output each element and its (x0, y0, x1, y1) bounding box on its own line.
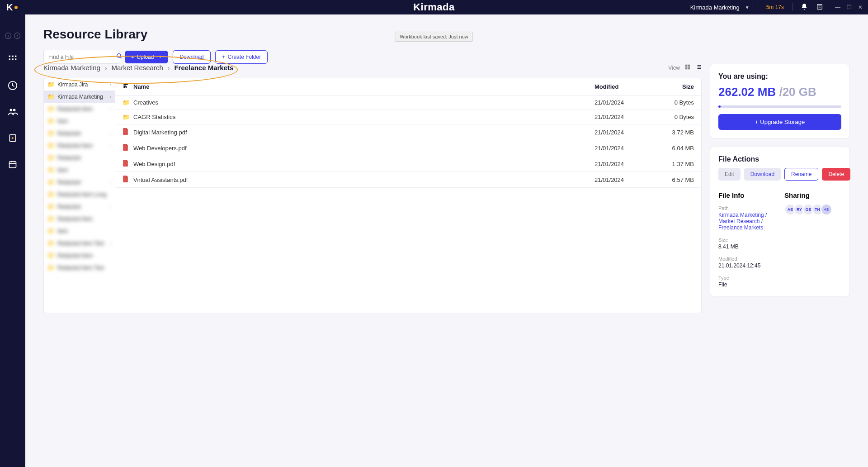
upload-label: Upload (137, 54, 154, 60)
edit-button[interactable]: Edit (718, 168, 741, 181)
add-file-icon[interactable] (7, 132, 19, 144)
tree-item-blurred: 📁Redacted Item (44, 213, 115, 225)
type-label: Type (718, 275, 775, 281)
save-status-badge: Workbook last saved: Just now (395, 32, 473, 42)
calendar-icon[interactable] (7, 158, 19, 170)
file-modified: 21/01/2024 (594, 161, 658, 167)
file-size: 0 Bytes (658, 99, 694, 106)
table-row[interactable]: Virtual Assistants.pdf 21/01/2024 6.57 M… (115, 172, 701, 188)
delete-button[interactable]: Delete (822, 168, 850, 181)
file-name: Digital Marketing.pdf (133, 129, 594, 136)
file-name: Web Design.pdf (133, 161, 594, 167)
breadcrumb-item[interactable]: Market Research (112, 64, 163, 71)
download-label: Download (179, 54, 203, 60)
search-icon[interactable] (116, 53, 123, 61)
svg-point-19 (117, 54, 121, 57)
path-label: Path (718, 205, 775, 211)
file-modified: 21/01/2024 (594, 176, 658, 183)
svg-rect-15 (9, 162, 16, 167)
rename-button[interactable]: Rename (784, 168, 818, 181)
breadcrumb-item[interactable]: Kirmada Marketing (43, 64, 100, 71)
people-icon[interactable] (7, 106, 19, 118)
clock-icon[interactable] (7, 80, 19, 91)
bell-icon[interactable] (801, 3, 808, 12)
sidebar: ‹ › (0, 14, 25, 467)
minimize-icon[interactable]: — (835, 4, 840, 10)
storage-used: 262.02 MB (718, 85, 776, 99)
breadcrumb-current: Freelance Markets (174, 64, 233, 71)
workspace-name: Kirmada Marketing (690, 4, 740, 11)
table-row[interactable]: Web Design.pdf 21/01/2024 1.37 MB (115, 156, 701, 172)
download-action-button[interactable]: Download (744, 168, 781, 181)
list-view-icon[interactable] (695, 64, 702, 71)
file-modified: 21/01/2024 (594, 129, 658, 136)
table-row[interactable]: Web Developers.pdf 21/01/2024 6.04 MB (115, 140, 701, 156)
pdf-icon (123, 177, 128, 184)
svg-rect-23 (685, 67, 688, 70)
svg-rect-24 (688, 67, 690, 70)
tree-item-blurred: 📁Redacted› (44, 176, 115, 188)
storage-title: You are using: (718, 72, 841, 81)
tree-item-label: Kirmada Marketing (57, 94, 103, 100)
download-button[interactable]: Download (173, 50, 210, 64)
tree-item-blurred: 📁Redacted Item (44, 249, 115, 262)
table-row[interactable]: 📁 Creatives 21/01/2024 0 Bytes (115, 95, 701, 110)
upgrade-button[interactable]: + Upgrade Storage (718, 114, 841, 130)
folder-icon: 📁 (47, 81, 55, 88)
breadcrumb: Kirmada Marketing › Market Research › Fr… (43, 64, 233, 71)
svg-rect-5 (15, 56, 16, 57)
tree-item[interactable]: 📁 Kirmada Jira › (44, 78, 115, 91)
tree-item-blurred: 📁Redacted Item Text (44, 262, 115, 274)
divider (792, 3, 793, 11)
tree-item-blurred: 📁Item (44, 164, 115, 176)
file-modified: 21/01/2024 (594, 114, 658, 120)
logo[interactable]: K (0, 2, 18, 13)
up-level-icon[interactable] (123, 83, 133, 91)
folder-icon: 📁 (123, 99, 130, 106)
view-toggle: View (668, 64, 702, 71)
tree-item-blurred: 📁Redacted› (44, 200, 115, 213)
apps-icon[interactable] (7, 53, 19, 65)
menu-icon[interactable] (816, 3, 823, 12)
col-name[interactable]: Name (133, 83, 594, 90)
caret-down-icon: ▼ (158, 55, 162, 59)
col-size[interactable]: Size (658, 83, 694, 90)
create-folder-label: Create Folder (228, 54, 261, 60)
maximize-icon[interactable]: ❐ (847, 4, 852, 10)
svg-point-11 (13, 109, 15, 112)
workspace-selector[interactable]: Kirmada Marketing ▼ (690, 4, 750, 11)
file-size: 3.72 MB (658, 129, 694, 136)
upload-button[interactable]: + Upload ▼ (125, 51, 168, 63)
nav-back-icon[interactable]: ‹ (5, 33, 11, 39)
tree-item-blurred: 📁Redacted (44, 152, 115, 164)
table-row[interactable]: Digital Marketing.pdf 21/01/2024 3.72 MB (115, 124, 701, 140)
storage-card: You are using: 262.02 MB /20 GB + Upgrad… (710, 64, 850, 138)
table-row[interactable]: 📁 CAGR Statistics 21/01/2024 0 Bytes (115, 110, 701, 124)
search-box[interactable] (43, 50, 120, 64)
caret-down-icon: ▼ (745, 5, 750, 10)
svg-rect-21 (685, 65, 688, 67)
search-input[interactable] (48, 54, 116, 60)
divider (758, 3, 758, 11)
close-icon[interactable]: ✕ (858, 4, 863, 10)
folder-tree[interactable]: 📁 Kirmada Jira › 📁 Kirmada Marketing › 📁… (44, 78, 115, 313)
folder-icon: 📁 (47, 93, 55, 100)
avatar-more[interactable]: +3 (821, 204, 832, 215)
file-actions-card: File Actions Edit Download Rename Delete… (710, 147, 850, 296)
svg-line-20 (120, 57, 122, 58)
grid-view-icon[interactable] (684, 64, 691, 71)
tree-item[interactable]: 📁 Kirmada Marketing › (44, 91, 115, 103)
svg-point-10 (10, 109, 12, 112)
create-folder-button[interactable]: + Create Folder (215, 50, 268, 64)
upgrade-label: Upgrade Storage (760, 119, 805, 125)
svg-rect-3 (9, 56, 10, 57)
pdf-icon (123, 129, 128, 136)
chevron-right-icon: › (110, 82, 111, 87)
file-name: Creatives (133, 99, 594, 106)
nav-arrows: ‹ › (5, 33, 20, 39)
nav-forward-icon[interactable]: › (14, 33, 20, 39)
col-modified[interactable]: Modified (594, 83, 658, 90)
sharing-title: Sharing (784, 191, 841, 199)
chevron-right-icon: › (105, 64, 107, 71)
storage-bar (718, 105, 841, 108)
